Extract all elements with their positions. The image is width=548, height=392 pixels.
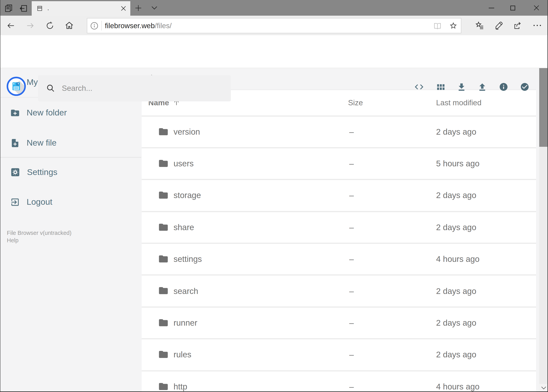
file-modified: 2 days ago: [436, 180, 476, 211]
file-name: users: [173, 148, 194, 179]
tab-list-chevron-icon[interactable]: [149, 3, 159, 13]
web-note-pen-icon[interactable]: [490, 17, 507, 34]
file-name: runner: [173, 308, 197, 338]
main-content: Name Size Last modified version – 2 days…: [141, 68, 539, 392]
file-row-search[interactable]: search – 2 days ago: [141, 275, 536, 307]
minimize-button[interactable]: [482, 0, 500, 16]
file-row-share[interactable]: share – 2 days ago: [141, 211, 536, 243]
folder-icon: [158, 286, 168, 296]
back-arrow-icon[interactable]: [2, 17, 19, 34]
file-row-users[interactable]: users – 5 hours ago: [141, 147, 536, 179]
file-size: –: [349, 212, 354, 243]
file-name: share: [173, 212, 194, 243]
hub-favorites-icon[interactable]: [471, 17, 488, 34]
file-size: –: [349, 244, 354, 275]
folder-plus-icon: [10, 108, 20, 118]
file-row-runner[interactable]: runner – 2 days ago: [141, 307, 536, 338]
file-name: search: [173, 276, 198, 307]
favorite-star-icon[interactable]: [445, 19, 461, 33]
sidebar-footer: File Browser v(untracked) Help: [7, 229, 71, 245]
more-ellipsis-icon[interactable]: [529, 17, 546, 34]
file-modified: 5 hours ago: [436, 148, 479, 179]
app-header: [0, 35, 548, 68]
code-icon[interactable]: [411, 79, 427, 95]
listing-rows: version – 2 days ago users – 5 hours ago…: [141, 115, 536, 392]
file-row-storage[interactable]: storage – 2 days ago: [141, 179, 536, 211]
close-button[interactable]: [527, 0, 545, 16]
file-size: –: [349, 116, 354, 147]
forward-arrow-icon[interactable]: [22, 17, 38, 34]
refresh-icon[interactable]: [42, 17, 58, 34]
sidebar-item-label: Logout: [27, 197, 52, 207]
file-modified: 2 days ago: [436, 308, 476, 338]
file-modified: 4 hours ago: [436, 371, 479, 392]
file-modified: 2 days ago: [436, 212, 476, 243]
grid-view-icon[interactable]: [433, 79, 448, 95]
sidebar-item-new-folder[interactable]: New folder: [0, 104, 141, 121]
page-icon: [36, 5, 43, 12]
file-modified: 2 days ago: [436, 339, 476, 370]
info-circle-icon[interactable]: [496, 79, 511, 95]
help-link[interactable]: Help: [7, 237, 71, 245]
file-name: settings: [173, 244, 202, 275]
file-row-version[interactable]: version – 2 days ago: [141, 115, 536, 147]
sidebar-item-new-file[interactable]: New file: [0, 134, 141, 152]
logout-icon: [10, 197, 20, 207]
app-version-text: File Browser v(untracked): [7, 229, 71, 237]
new-tab-icon[interactable]: [133, 2, 144, 13]
sidebar-item-settings[interactable]: Settings: [0, 164, 141, 181]
home-icon-browser[interactable]: [61, 17, 77, 34]
folder-icon: [158, 222, 168, 232]
file-size: –: [349, 148, 354, 179]
browser-window: .: [0, 0, 548, 392]
set-tabs-aside-icon[interactable]: [4, 4, 13, 13]
url-divider: [101, 21, 102, 30]
reading-view-icon[interactable]: [430, 19, 445, 33]
download-icon[interactable]: [453, 79, 469, 95]
settings-gear-icon: [10, 167, 20, 177]
file-row-rules[interactable]: rules – 2 days ago: [141, 338, 536, 370]
window-border-left: [0, 0, 0, 392]
folder-icon: [158, 254, 168, 264]
restore-tabs-icon[interactable]: [19, 4, 28, 13]
browser-tab[interactable]: .: [32, 1, 130, 16]
tab-close-icon[interactable]: [118, 3, 129, 14]
sidebar-item-logout[interactable]: Logout: [0, 193, 141, 210]
column-header-size[interactable]: Size: [348, 90, 363, 115]
url-path: /files/: [155, 21, 172, 29]
file-size: –: [349, 276, 354, 307]
file-modified: 2 days ago: [436, 276, 476, 307]
file-name: rules: [173, 339, 191, 370]
search-input[interactable]: [61, 83, 219, 93]
site-info-icon[interactable]: [87, 22, 101, 29]
scroll-down-icon[interactable]: [539, 384, 548, 392]
folder-icon: [158, 381, 168, 392]
window-border-bottom: [0, 391, 548, 392]
file-modified: 2 days ago: [436, 116, 476, 147]
address-bar[interactable]: filebrowser.web/files/: [87, 18, 461, 33]
page-scrollbar[interactable]: [539, 35, 548, 392]
file-listing: Name Size Last modified version – 2 days…: [141, 90, 536, 392]
file-name: storage: [173, 180, 201, 211]
file-name: version: [173, 116, 200, 147]
titlebar: .: [0, 0, 548, 16]
file-modified: 4 hours ago: [436, 244, 479, 275]
search-bar[interactable]: [38, 75, 231, 101]
file-plus-icon: [10, 138, 20, 148]
floppy-disk-logo[interactable]: [7, 77, 26, 96]
share-icon[interactable]: [509, 17, 526, 34]
url-text[interactable]: filebrowser.web/files/: [105, 21, 430, 30]
sidebar-item-label: Settings: [27, 167, 57, 177]
folder-icon: [158, 349, 168, 360]
file-row-http[interactable]: http – 4 hours ago: [141, 370, 536, 392]
folder-icon: [158, 317, 168, 328]
upload-icon[interactable]: [474, 79, 490, 95]
sidebar-divider: [0, 157, 141, 158]
file-row-settings[interactable]: settings – 4 hours ago: [141, 243, 536, 275]
file-size: –: [349, 308, 354, 338]
maximize-button[interactable]: [504, 0, 522, 16]
sidebar: My files New folder New file: [0, 68, 141, 392]
search-icon: [46, 84, 55, 93]
check-circle-icon[interactable]: [517, 79, 533, 95]
file-size: –: [349, 180, 354, 211]
